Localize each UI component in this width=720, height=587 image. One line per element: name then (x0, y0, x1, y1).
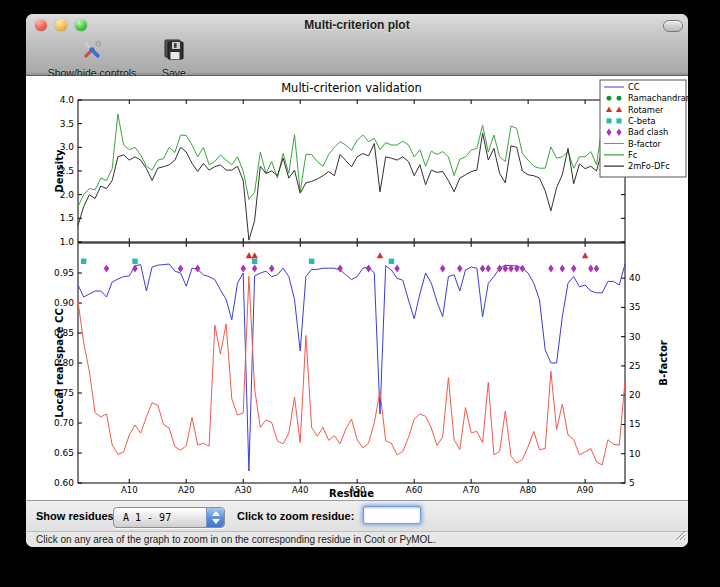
legend-ramachandran-label: Ramachandran (628, 93, 688, 103)
top-axes-frame (78, 100, 625, 242)
residue-tick-label: A40 (292, 485, 309, 495)
bfactor-tick-label: 5 (629, 478, 635, 488)
residue-tick-label: A10 (121, 485, 138, 495)
density-axis-label: Density (54, 149, 65, 192)
legend-bad-clash-label: Bad clash (628, 127, 668, 137)
status-text: Click on any area of the graph to zoom i… (36, 532, 436, 547)
resize-grip-icon[interactable] (675, 527, 686, 545)
residue-tick-label: A20 (178, 485, 195, 495)
toolbar-toggle-lozenge-icon[interactable] (663, 20, 683, 32)
crossed-tools-icon (79, 38, 105, 66)
legend: CCRamachandranRotamerC-betaBad clashB-fa… (600, 80, 688, 177)
residue-tick-label: A60 (406, 485, 423, 495)
top-axes-density: 1.01.52.02.53.03.54.0 (60, 95, 625, 247)
bfactor-tick-label: 35 (629, 302, 640, 312)
bottom-axes-cc-bfactor: 0.600.650.700.750.800.850.900.9551015202… (54, 243, 641, 495)
save-button[interactable]: Save (152, 38, 196, 76)
multi-criterion-validation-plot[interactable]: 1.01.52.02.53.03.54.0Multi-criterion val… (26, 76, 688, 500)
multi-criterion-plot-window: Multi-criterion plot Show/hide cont (26, 14, 688, 547)
density-tick-label: 3.5 (60, 119, 74, 129)
bfactor-tick-label: 20 (629, 390, 641, 400)
bfactor-tick-label: 10 (629, 449, 641, 459)
legend-rotamer-label: Rotamer (628, 105, 664, 115)
density-tick-label: 4.0 (60, 95, 75, 105)
residue-tick-label: A70 (463, 485, 480, 495)
bfactor-tick-label: 30 (629, 332, 641, 342)
cc-tick-label: 0.65 (54, 448, 74, 458)
cc-tick-label: 0.60 (54, 478, 74, 488)
bfactor-tick-label: 25 (629, 361, 640, 371)
figure-canvas[interactable]: 1.01.52.02.53.03.54.0Multi-criterion val… (26, 76, 688, 500)
density-tick-label: 1.0 (60, 237, 75, 247)
legend-cc-label: CC (628, 82, 640, 92)
residue-range-value: A 1 - 97 (123, 508, 171, 527)
cc-tick-label: 0.70 (54, 418, 74, 428)
residue-tick-label: A80 (520, 485, 537, 495)
legend-b-factor-label: B-factor (628, 139, 662, 149)
cc-tick-label: 0.90 (54, 298, 74, 308)
status-bar: Click on any area of the graph to zoom i… (26, 531, 688, 547)
residue-range-dropdown[interactable]: A 1 - 97 (113, 507, 225, 528)
legend-2mfo-dfc-label: 2mFo-DFc (628, 161, 670, 171)
window-title: Multi-criterion plot (26, 14, 688, 36)
bfactor-tick-label: 40 (629, 273, 641, 283)
show-residues-label: Show residues: (36, 501, 117, 532)
click-to-zoom-label: Click to zoom residue: (237, 501, 354, 532)
window-chrome: Multi-criterion plot Show/hide cont (26, 14, 688, 76)
control-bar: Show residues: A 1 - 97 Click to zoom re… (26, 500, 688, 531)
density-tick-label: 1.5 (60, 213, 74, 223)
dropdown-stepper-icon[interactable] (206, 508, 224, 527)
cc-axis-label: Local real-space CC (54, 308, 65, 418)
zoom-residue-input[interactable] (363, 506, 421, 524)
plot-title: Multi-criterion validation (281, 81, 422, 95)
residue-tick-label: A30 (235, 485, 252, 495)
bfactor-axis-label: B-factor (658, 340, 669, 385)
residue-tick-label: A90 (577, 485, 594, 495)
residue-axis-label: Residue (329, 488, 374, 499)
legend-c-beta-label: C-beta (628, 116, 656, 126)
title-bar[interactable]: Multi-criterion plot (26, 14, 688, 36)
legend-fc-label: Fc (628, 150, 638, 160)
show-hide-controls-button[interactable]: Show/hide controls (34, 38, 150, 76)
floppy-disk-icon (161, 38, 187, 66)
bfactor-tick-label: 15 (629, 419, 640, 429)
cc-tick-label: 0.95 (54, 268, 74, 278)
